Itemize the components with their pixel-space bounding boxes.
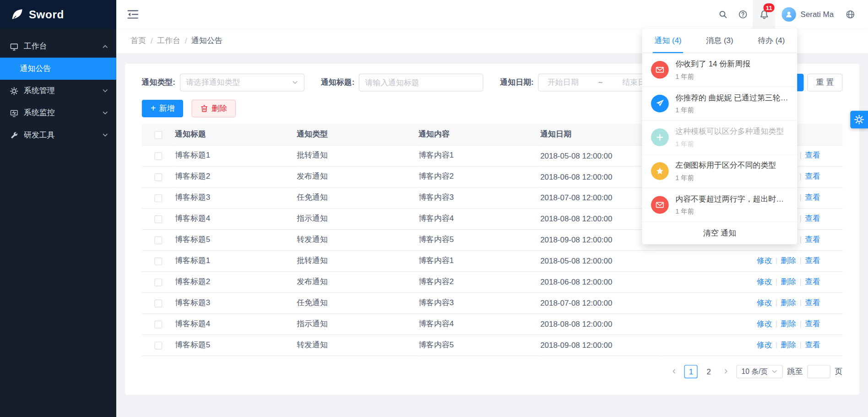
tab-messages[interactable]: 消息 (3)	[694, 29, 746, 53]
cell-type: 批转通知	[297, 250, 418, 271]
row-checkbox[interactable]	[154, 321, 162, 329]
prev-page-button[interactable]	[668, 365, 680, 378]
clear-notifications-button[interactable]: 清空 通知	[642, 222, 797, 244]
cell-title: 博客标题1	[175, 250, 297, 271]
row-checkbox[interactable]	[154, 258, 162, 265]
row-checkbox[interactable]	[154, 215, 162, 223]
breadcrumb-separator: /	[185, 37, 187, 45]
view-link[interactable]: 查看	[805, 235, 820, 243]
edit-link[interactable]: 修改	[757, 340, 772, 349]
sidebar-item-workbench[interactable]: 工作台	[0, 35, 116, 57]
cell-type: 指示通知	[297, 208, 418, 229]
chevron-down-icon	[102, 88, 108, 94]
table-row: 博客标题5 转发通知 博客内容5 2018-09-08 12:00:00 修改|…	[142, 335, 843, 356]
filter-title-label: 通知标题:	[321, 77, 354, 88]
sidebar-item-notice[interactable]: 通知公告	[0, 58, 116, 80]
cell-type: 指示通知	[297, 313, 418, 335]
notice-time: 1 年前	[675, 72, 750, 82]
notice-title-input[interactable]	[359, 74, 483, 92]
delete-button[interactable]: 删除	[192, 100, 236, 118]
delete-link[interactable]: 删除	[781, 298, 796, 307]
notice-item[interactable]: 这种模板可以区分多种通知类型 1 年前	[642, 121, 797, 154]
page-button-2[interactable]: 2	[702, 365, 716, 378]
notice-item[interactable]: 你收到了 14 份新周报 1 年前	[642, 53, 797, 87]
row-checkbox[interactable]	[154, 342, 162, 350]
action-separator: |	[800, 277, 802, 285]
view-link[interactable]: 查看	[805, 193, 820, 202]
notice-item[interactable]: 左侧图标用于区分不同的类型 1 年前	[642, 154, 797, 188]
notifications-button[interactable]: 11	[753, 0, 775, 29]
jump-page-input[interactable]	[807, 365, 830, 378]
row-checkbox[interactable]	[154, 173, 162, 181]
breadcrumb-workbench[interactable]: 工作台	[157, 36, 180, 46]
view-link[interactable]: 查看	[805, 151, 820, 159]
header: 11 Serati Ma	[116, 0, 868, 29]
cell-date: 2018-09-08 12:00:00	[540, 335, 662, 356]
menu-fold-icon[interactable]	[127, 10, 138, 19]
view-link[interactable]: 查看	[805, 319, 820, 328]
cell-type: 转发通知	[297, 335, 418, 356]
cell-type: 批转通知	[297, 145, 418, 166]
cell-content: 博客内容4	[418, 208, 540, 229]
row-checkbox[interactable]	[154, 153, 162, 160]
user-menu[interactable]: Serati Ma	[775, 0, 841, 29]
col-type: 通知类型	[297, 124, 418, 145]
cell-date: 2018-07-08 12:00:00	[540, 292, 662, 313]
cell-actions: 修改|删除|查看	[662, 313, 842, 335]
theme-settings-button[interactable]	[850, 111, 868, 129]
row-checkbox[interactable]	[154, 194, 162, 202]
view-link[interactable]: 查看	[805, 340, 820, 349]
edit-link[interactable]: 修改	[757, 256, 772, 264]
view-link[interactable]: 查看	[805, 256, 820, 264]
filter-date-label: 通知日期:	[500, 77, 533, 88]
sidebar-item-system-management[interactable]: 系统管理	[0, 80, 116, 102]
delete-link[interactable]: 删除	[781, 256, 796, 264]
view-link[interactable]: 查看	[805, 214, 820, 222]
edit-link[interactable]: 修改	[757, 319, 772, 328]
sidebar-item-dev-tools[interactable]: 研发工具	[0, 124, 116, 146]
view-link[interactable]: 查看	[805, 277, 820, 285]
cell-actions: 修改|删除|查看	[662, 292, 842, 313]
notice-time: 1 年前	[675, 105, 788, 115]
language-globe-icon[interactable]	[841, 0, 861, 29]
row-checkbox[interactable]	[154, 236, 162, 244]
trash-icon	[201, 104, 208, 112]
add-button[interactable]: + 新增	[142, 100, 184, 118]
row-checkbox[interactable]	[154, 300, 162, 307]
plus-icon: +	[151, 104, 156, 113]
tab-todos[interactable]: 待办 (4)	[745, 29, 797, 53]
delete-link[interactable]: 删除	[781, 319, 796, 328]
notice-type-select[interactable]: 请选择通知类型	[180, 74, 304, 92]
notice-item[interactable]: 内容不要超过两行字，超出时自动截断 1 年前	[642, 188, 797, 222]
search-icon[interactable]	[713, 0, 733, 29]
cell-date: 2018-06-08 12:00:00	[540, 271, 662, 292]
help-icon[interactable]	[733, 0, 753, 29]
page-button-1[interactable]: 1	[684, 365, 698, 378]
cell-type: 转发通知	[297, 229, 418, 250]
col-content: 通知内容	[418, 124, 540, 145]
tab-notifications[interactable]: 通知 (4)	[642, 29, 694, 53]
delete-link[interactable]: 删除	[781, 340, 796, 349]
sidebar-submenu: 通知公告	[0, 58, 116, 80]
next-page-button[interactable]	[720, 365, 732, 378]
notice-title: 左侧图标用于区分不同的类型	[675, 160, 776, 170]
plus-icon	[651, 128, 669, 146]
reset-button[interactable]: 重 置	[807, 74, 842, 92]
view-link[interactable]: 查看	[805, 298, 820, 307]
edit-link[interactable]: 修改	[757, 298, 772, 307]
notice-item[interactable]: 你推荐的 曲妮妮 已通过第三轮面试 1 年前	[642, 87, 797, 121]
select-all-checkbox[interactable]	[154, 131, 162, 139]
edit-link[interactable]: 修改	[757, 277, 772, 285]
breadcrumb-home[interactable]: 首页	[130, 36, 146, 46]
cell-content: 博客内容3	[418, 292, 540, 313]
page-size-select[interactable]: 10 条/页	[737, 365, 783, 378]
col-title: 通知标题	[175, 124, 297, 145]
cell-type: 任免通知	[297, 187, 418, 208]
delete-link[interactable]: 删除	[781, 277, 796, 285]
gear-icon	[854, 115, 864, 125]
view-link[interactable]: 查看	[805, 172, 820, 181]
row-checkbox[interactable]	[154, 279, 162, 286]
action-separator: |	[800, 214, 802, 222]
sidebar-item-system-monitor[interactable]: 系统监控	[0, 102, 116, 124]
action-separator: |	[776, 340, 777, 349]
